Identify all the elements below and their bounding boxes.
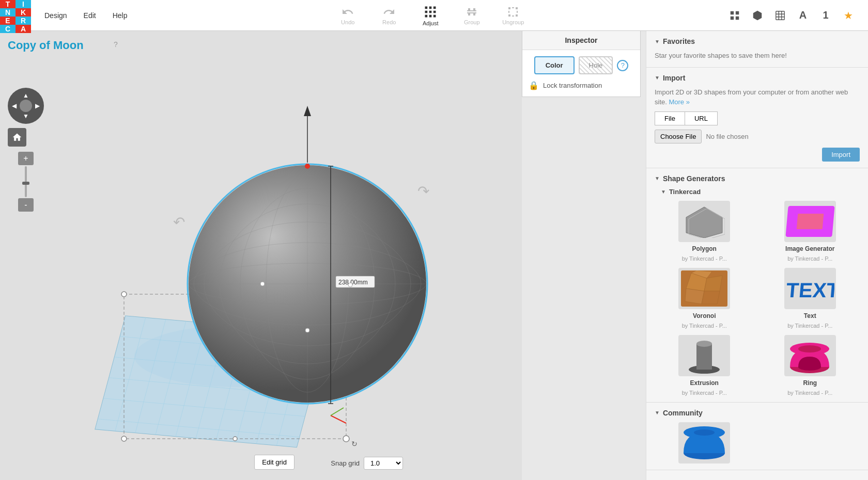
text-3d-thumb: TEXT [784,268,836,309]
ungroup-button[interactable]: Ungroup [500,6,526,25]
shape-generators-header: ▼ Shape Generators [655,174,860,183]
inspector-body: Color Hole ? 🔒 Lock transformation [522,50,640,97]
redo-button[interactable]: Redo [376,6,402,25]
grid-icon-btn[interactable] [725,6,744,25]
number-1-btn[interactable]: 1 [816,6,835,25]
shapes-grid: Polygon by Tinkercad - P... Image Genera… [655,201,860,396]
zoom-handle[interactable] [22,182,29,185]
tc-triangle: ▼ [661,189,666,195]
lock-row[interactable]: 🔒 Lock transformation [529,81,634,90]
tc-title: Tinkercad [669,188,701,196]
viewport[interactable]: Copy of Moon ? ▲ ▼ ◀ ▶ + - [0,31,522,480]
box-icon-btn[interactable] [771,6,789,25]
tinkercad-sub-header: ▼ Tinkercad [661,188,860,196]
inspector-panel: Inspector Color Hole ? 🔒 Lock transforma… [522,31,641,97]
shape-generators-section: ▼ Shape Generators ▼ Tinkercad Polygon b… [646,168,868,403]
shape-voronoi[interactable]: Voronoi by Tinkercad - P... [655,268,754,329]
svg-point-22 [233,437,237,441]
favorites-header: ▼ Favorites [655,37,860,45]
svg-text:↷: ↷ [417,183,429,199]
extrusion-name: Extrusion [690,379,719,387]
svg-text:238.00mm: 238.00mm [338,279,368,286]
nav-design[interactable]: Design [36,7,75,24]
file-tab-btn[interactable]: File [655,111,685,125]
pan-up-arrow: ▲ [23,92,29,99]
color-hole-row: Color Hole ? [529,56,634,74]
group-button[interactable]: Group [459,6,485,25]
svg-line-48 [331,415,346,423]
nav-help[interactable]: Help [104,7,136,24]
view-home-btn[interactable] [8,128,26,147]
letter-a-btn[interactable]: A [794,6,812,25]
community-section: ▼ Community [646,403,868,470]
project-name: Copy of Moon [8,39,84,52]
lock-icon: 🔒 [529,81,539,90]
svg-point-63 [696,341,712,347]
color-button[interactable]: Color [534,56,575,74]
svg-rect-62 [696,344,712,370]
community-shape-1[interactable] [655,422,754,463]
toolbar-center: Undo Redo Adjust Group Ungroup [136,5,725,26]
adjust-button[interactable]: Adjust [417,5,443,26]
logo-e: E [0,17,16,25]
shape-polygon[interactable]: Polygon by Tinkercad - P... [655,201,754,262]
import-btn[interactable]: Import [822,148,860,162]
zoom-out-btn[interactable]: - [18,198,34,212]
community-thumb-1 [678,422,730,463]
star-btn[interactable]: ★ [839,6,858,25]
pan-right-arrow: ▶ [35,102,40,109]
svg-marker-57 [685,289,704,304]
sg-title: Shape Generators [663,174,725,183]
svg-point-42 [305,164,310,169]
logo-a2: A [16,25,31,33]
shape-ring[interactable]: Ring by Tinkercad - P... [761,335,860,396]
svg-point-70 [694,429,715,436]
undo-button[interactable]: Undo [335,6,361,25]
logo-t: T [0,0,16,8]
info-button[interactable]: ? [617,60,628,71]
sidebar-collapse-btn[interactable]: ❯ [646,134,646,160]
tinkercad-logo[interactable]: T I N K E R C A [0,0,31,31]
ring-name: Ring [803,379,817,387]
svg-text:↻: ↻ [351,440,358,448]
svg-point-18 [121,292,127,297]
community-header: ▼ Community [655,409,860,417]
svg-marker-36 [304,106,311,116]
logo-n: N [0,8,16,17]
pan-control[interactable]: ▲ ▼ ◀ ▶ [8,88,44,124]
svg-text:↶: ↶ [173,214,185,230]
help-question-btn[interactable]: ? [114,40,118,49]
shape-text-3d[interactable]: TEXT Text by Tinkercad - P... [761,268,860,329]
ring-by: by Tinkercad - P... [787,390,832,396]
svg-marker-50 [686,207,722,238]
favorites-section: ▼ Favorites Star your favorite shapes to… [646,31,868,68]
nav-edit[interactable]: Edit [75,7,104,24]
pan-down-arrow: ▼ [23,113,29,120]
snap-grid-select[interactable]: 0.1 0.5 1.0 2.0 5.0 10.0 [364,457,403,470]
extrusion-thumb [678,335,730,376]
right-sidebar: ❯ ▼ Favorites Star your favorite shapes … [646,31,868,480]
hole-button[interactable]: Hole [579,56,613,74]
pan-center [20,100,32,112]
shape-extrusion[interactable]: Extrusion by Tinkercad - P... [655,335,754,396]
svg-rect-53 [796,214,824,229]
image-gen-thumb [784,201,836,242]
cube-icon-btn[interactable] [748,6,767,25]
shape-image-gen[interactable]: Image Generator by Tinkercad - P... [761,201,860,262]
url-tab-btn[interactable]: URL [685,111,718,125]
voronoi-thumb [678,268,730,309]
voronoi-name: Voronoi [693,312,716,319]
community-grid [655,422,860,463]
import-triangle: ▼ [655,75,660,81]
import-more-link[interactable]: More » [669,98,689,106]
import-title: Import [663,74,686,82]
zoom-in-btn[interactable]: + [18,152,34,165]
choose-file-row: Choose File No file chosen [655,130,860,143]
edit-grid-button[interactable]: Edit grid [254,455,295,470]
image-gen-by: by Tinkercad - P... [787,255,832,262]
main-canvas[interactable]: ↻ [0,31,522,480]
zoom-bar [25,166,27,197]
choose-file-btn[interactable]: Choose File [655,130,702,143]
voronoi-by: by Tinkercad - P... [682,323,727,329]
import-header: ▼ Import [655,74,860,82]
